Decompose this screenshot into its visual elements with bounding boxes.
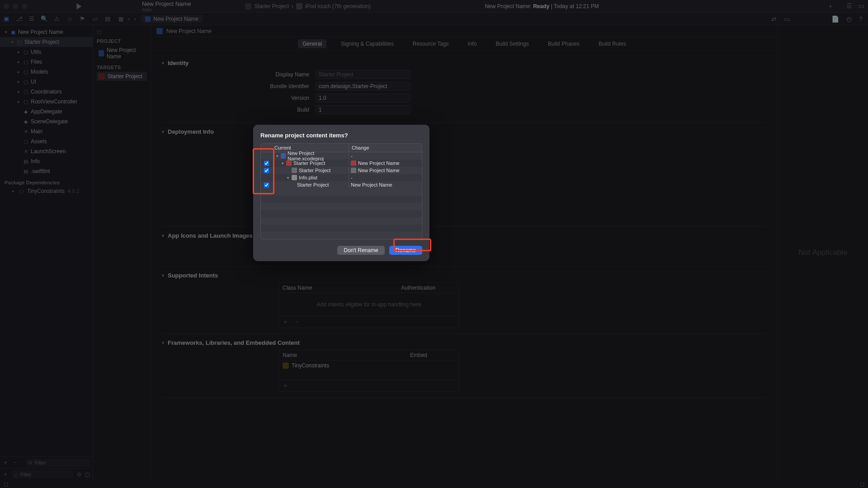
chevron-right-icon: › xyxy=(292,3,293,9)
chevron-down-icon[interactable]: ▾ xyxy=(162,273,164,278)
nav-file[interactable]: ▤Info xyxy=(0,156,93,166)
framework-row[interactable]: TinyConstraints xyxy=(279,361,459,371)
editor-grid-icon[interactable]: ▦ xyxy=(118,16,123,22)
inspector-history-icon[interactable]: ◴ xyxy=(846,15,852,23)
scheme-selector[interactable]: Starter Project › iPod touch (7th genera… xyxy=(245,3,370,9)
recent-icon[interactable]: ▢ xyxy=(85,471,90,478)
rename-row[interactable]: ▾New Project Name.xcodeproj- xyxy=(261,152,422,160)
storyboard-icon: ✕ xyxy=(23,148,29,155)
nav-file[interactable]: ◆AppDelegate xyxy=(0,107,93,117)
nav-file[interactable]: ◆SceneDelegate xyxy=(0,117,93,127)
remove-intent-icon[interactable]: － xyxy=(294,318,300,326)
project-navigator: ▾▣New Project Name ▾▢Starter Project ▸▢U… xyxy=(0,25,93,480)
project-item[interactable]: New Project Name xyxy=(97,46,147,61)
build-label: Build xyxy=(162,107,316,113)
intents-col-classname: Class Name xyxy=(283,285,401,291)
add-file-icon[interactable]: ＋ xyxy=(3,470,8,478)
nav-back-icon[interactable]: ‹ xyxy=(128,16,130,22)
breadcrumb[interactable]: New Project Name xyxy=(151,25,778,37)
editor-options-icon[interactable]: ⇄ xyxy=(771,15,777,23)
rename-row[interactable]: ▾Starter ProjectNew Project Name xyxy=(261,160,422,167)
sidebar-toggle-icon[interactable]: ☰ xyxy=(846,2,852,10)
dependency-row[interactable]: ▸ ▢ TinyConstraints 4.0.2 xyxy=(0,187,93,195)
project-section-header: PROJECT xyxy=(97,38,147,44)
debug-nav-icon[interactable]: ⚑ xyxy=(79,15,86,22)
tab-signing[interactable]: Signing & Capabilities xyxy=(336,39,398,48)
inspector-help-icon[interactable]: ? xyxy=(859,15,863,23)
nav-folder[interactable]: ▸▢Utils xyxy=(0,47,93,57)
nav-folder[interactable]: ▸▢Models xyxy=(0,67,93,77)
debug-area-icon[interactable]: ▢ xyxy=(4,481,8,487)
nav-file[interactable]: ✕LaunchScreen xyxy=(0,146,93,156)
filter-placeholder: Filter xyxy=(35,460,46,465)
panels-icon[interactable]: ▭ xyxy=(859,2,864,10)
add-editor-icon[interactable]: ▭ xyxy=(784,15,790,23)
current-name: Starter Project xyxy=(297,182,329,188)
nav-file[interactable]: ✕Main xyxy=(0,127,93,136)
folder-nav-icon[interactable]: ▣ xyxy=(3,15,10,22)
chevron-down-icon[interactable]: ▾ xyxy=(162,129,164,134)
rename-row[interactable]: Starter ProjectNew Project Name xyxy=(261,167,422,174)
change-name: New Project Name xyxy=(358,160,400,166)
nav-target-folder[interactable]: ▾▢Starter Project xyxy=(0,37,93,47)
current-name: Starter Project xyxy=(299,168,330,173)
rename-row[interactable]: ▾Info.plist- xyxy=(261,174,422,181)
targets-disclosure-icon[interactable]: ▢ xyxy=(97,29,147,35)
display-name-input[interactable] xyxy=(316,70,410,79)
tab-build-rules[interactable]: Build Rules xyxy=(594,39,631,48)
rename-checkbox[interactable] xyxy=(264,183,269,188)
dont-rename-button[interactable]: Don't Rename xyxy=(337,246,384,255)
chevron-down-icon[interactable]: ▾ xyxy=(286,176,290,180)
editor-tab[interactable]: New Project Name xyxy=(141,15,203,23)
window-traffic-lights[interactable] xyxy=(4,4,31,9)
symbols-nav-icon[interactable]: ☰ xyxy=(28,15,35,22)
target-item[interactable]: Starter Project xyxy=(97,72,147,81)
targets-filter-input[interactable]: ⊙ Filter xyxy=(25,459,90,467)
remove-target-icon[interactable]: － xyxy=(13,459,18,466)
issue-nav-icon[interactable]: ⚠ xyxy=(53,15,61,22)
bottom-right-icon[interactable]: ▢ xyxy=(860,481,864,487)
report-nav-icon[interactable]: ▤ xyxy=(104,15,111,22)
chevron-down-icon[interactable]: ▾ xyxy=(162,233,164,238)
project-icon xyxy=(99,50,104,56)
nav-folder[interactable]: ▸▢Files xyxy=(0,57,93,67)
build-input[interactable] xyxy=(316,105,410,114)
nav-folder[interactable]: ▸▢UI xyxy=(0,77,93,87)
target-icon xyxy=(99,73,105,80)
rename-checkbox[interactable] xyxy=(264,168,269,173)
source-control-nav-icon[interactable]: ⎇ xyxy=(15,15,23,22)
chevron-down-icon[interactable]: ▾ xyxy=(275,154,279,158)
add-intent-icon[interactable]: ＋ xyxy=(283,318,288,326)
version-input[interactable] xyxy=(316,94,410,103)
nav-file[interactable]: ▢Assets xyxy=(0,136,93,146)
chevron-down-icon[interactable]: ▾ xyxy=(281,161,284,165)
tab-info[interactable]: Info xyxy=(463,39,481,48)
tab-build-phases[interactable]: Build Phases xyxy=(543,39,584,48)
add-framework-icon[interactable]: ＋ xyxy=(283,382,288,389)
add-target-icon[interactable]: ＋ xyxy=(3,459,8,466)
rename-row[interactable]: Starter ProjectNew Project Name xyxy=(261,181,422,188)
find-nav-icon[interactable]: 🔍 xyxy=(41,15,48,22)
nav-filter-input[interactable]: ⌕ Filter xyxy=(12,470,73,479)
tab-resource-tags[interactable]: Resource Tags xyxy=(408,39,453,48)
scope-icon[interactable]: ⊙ xyxy=(77,471,81,478)
test-nav-icon[interactable]: ◇ xyxy=(66,15,73,22)
nav-root[interactable]: ▾▣New Project Name xyxy=(0,27,93,37)
tab-build-settings[interactable]: Build Settings xyxy=(491,39,533,48)
run-button[interactable] xyxy=(76,3,83,10)
tab-general[interactable]: General xyxy=(298,39,326,48)
rename-checkbox[interactable] xyxy=(264,161,269,166)
chevron-down-icon[interactable]: ▾ xyxy=(162,340,164,345)
nav-forward-icon[interactable]: › xyxy=(134,16,136,22)
inspector-file-icon[interactable]: 📄 xyxy=(831,15,839,23)
plus-icon[interactable]: ＋ xyxy=(827,2,834,10)
nav-folder[interactable]: ▸▢RootViewController xyxy=(0,97,93,107)
rename-button[interactable]: Rename xyxy=(389,246,422,255)
chevron-down-icon[interactable]: ▾ xyxy=(162,61,164,66)
fw-col-embed: Embed xyxy=(410,352,455,358)
inspector-na-label: Not Applicable xyxy=(798,248,848,257)
bundle-id-input[interactable] xyxy=(316,82,410,91)
breakpoint-nav-icon[interactable]: ▱ xyxy=(91,15,99,22)
nav-file[interactable]: ▤.swiftlint xyxy=(0,166,93,176)
nav-folder[interactable]: ▸▢Coordinators xyxy=(0,87,93,97)
